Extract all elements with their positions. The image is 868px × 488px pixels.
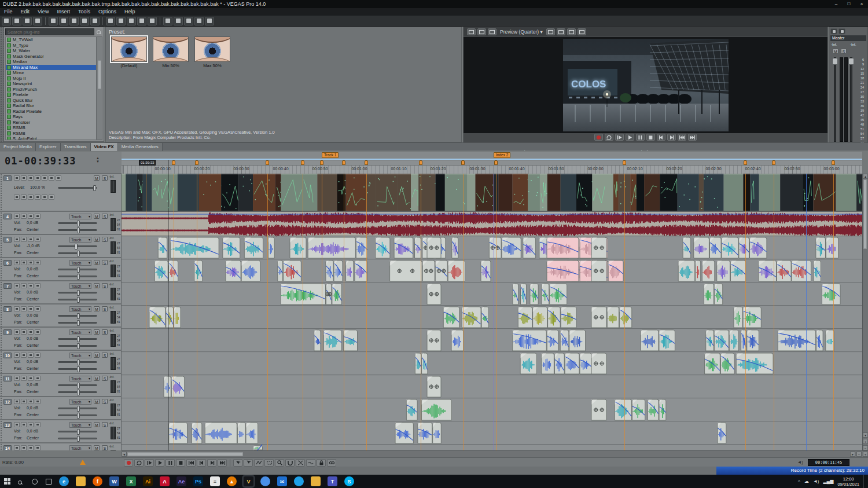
pause-button[interactable] bbox=[165, 459, 175, 467]
timeline-timecode-display[interactable]: 01-00:39:33 bbox=[5, 155, 76, 167]
menu-edit[interactable]: Edit bbox=[17, 8, 34, 16]
track-button[interactable] bbox=[14, 399, 20, 404]
marker-flag[interactable] bbox=[301, 160, 304, 165]
track-number-badge[interactable]: 11 bbox=[3, 376, 12, 381]
track-button[interactable] bbox=[28, 329, 34, 335]
track-button[interactable] bbox=[14, 306, 20, 311]
normal-edit-tool-button[interactable] bbox=[244, 459, 253, 467]
marker-flag[interactable] bbox=[772, 160, 775, 165]
track-number-badge[interactable]: 7 bbox=[3, 283, 12, 289]
track-button[interactable] bbox=[21, 353, 27, 358]
preview-record-button[interactable] bbox=[594, 134, 603, 141]
copy-icon[interactable] bbox=[59, 17, 68, 25]
marker-bar[interactable] bbox=[122, 160, 862, 165]
playhead-cursor[interactable] bbox=[168, 160, 168, 450]
cut-icon[interactable] bbox=[49, 17, 58, 25]
plugin-item[interactable]: Rays bbox=[6, 114, 96, 120]
mute-button[interactable]: M bbox=[94, 214, 100, 219]
menu-options[interactable]: Options bbox=[94, 8, 120, 16]
menu-view[interactable]: View bbox=[34, 8, 53, 16]
audio-track-header[interactable]: 6TouchMSVol:0,0 dBPan:Center-Inf.275481 bbox=[0, 258, 121, 281]
video-automation-button[interactable] bbox=[49, 195, 54, 200]
track-grip[interactable] bbox=[0, 212, 2, 234]
preview-stop-button[interactable] bbox=[646, 134, 655, 141]
automation-mode-dropdown[interactable]: Touch bbox=[69, 329, 91, 335]
master-fader-left[interactable] bbox=[834, 57, 836, 142]
preview-play-from-start-button[interactable] bbox=[615, 134, 624, 141]
selection-edit-tool-button[interactable] bbox=[264, 459, 274, 467]
plugin-item[interactable]: Pinch/Punch bbox=[6, 87, 96, 93]
stop-button[interactable] bbox=[176, 459, 185, 467]
volume-slider[interactable] bbox=[58, 384, 97, 386]
lock-envelopes-button[interactable] bbox=[317, 459, 326, 467]
taskbar-app-notepad[interactable]: ≡ bbox=[210, 476, 220, 486]
record-button[interactable] bbox=[124, 459, 133, 467]
automation-mode-dropdown[interactable]: Touch bbox=[69, 214, 91, 219]
video-track-button[interactable] bbox=[56, 175, 61, 181]
volume-slider[interactable] bbox=[58, 292, 97, 293]
track-button[interactable] bbox=[35, 329, 41, 335]
master-solo-button[interactable]: S bbox=[841, 49, 847, 54]
solo-button[interactable]: S bbox=[102, 399, 108, 404]
volume-slider[interactable] bbox=[58, 315, 97, 317]
taskbar-app-photoshop[interactable]: Ps bbox=[193, 476, 203, 486]
plugin-item[interactable]: Radial Pixelate bbox=[6, 109, 96, 115]
marker-flag[interactable] bbox=[195, 160, 198, 165]
audio-track-header[interactable]: 9TouchMSVol:0,0 dBPan:Center-Inf.275481 bbox=[0, 328, 121, 351]
mixer-settings-icon[interactable] bbox=[830, 28, 837, 34]
go-to-start-button[interactable] bbox=[186, 459, 196, 467]
video-track-header[interactable]: 1MSLevel:100,0 %-Inf. bbox=[0, 174, 121, 212]
track-button[interactable] bbox=[14, 376, 20, 381]
marker-flag[interactable] bbox=[342, 160, 345, 165]
track-grip[interactable] bbox=[0, 351, 2, 373]
go-to-end-button[interactable] bbox=[218, 459, 227, 467]
scroll-up-icon[interactable]: ▴ bbox=[863, 174, 868, 179]
taskbar-app-teams[interactable]: T bbox=[328, 476, 337, 486]
track-button[interactable] bbox=[35, 445, 41, 450]
preview-go-to-start-button[interactable] bbox=[678, 134, 686, 141]
track-grip[interactable] bbox=[0, 304, 2, 326]
search-input[interactable] bbox=[5, 28, 94, 35]
marker-flag[interactable] bbox=[320, 160, 323, 165]
pan-slider[interactable] bbox=[58, 322, 97, 324]
preview-settings-gear-icon[interactable] bbox=[467, 28, 476, 35]
start-button[interactable] bbox=[0, 475, 14, 488]
automation-mode-dropdown[interactable]: Touch bbox=[69, 353, 91, 358]
edit-tool-dropdown-button[interactable] bbox=[233, 459, 242, 467]
automation-mode-dropdown[interactable]: Touch bbox=[69, 399, 91, 405]
timeline-ruler-zone[interactable]: 00:00:1000:00:2000:00:3000:00:4000:00:50… bbox=[122, 152, 862, 174]
track-number-badge[interactable]: 8 bbox=[3, 306, 12, 312]
track-button[interactable] bbox=[35, 353, 41, 358]
solo-button[interactable]: S bbox=[102, 353, 108, 358]
scroll-right-icon[interactable]: ▸ bbox=[850, 452, 855, 457]
mute-button[interactable]: M bbox=[94, 353, 100, 358]
volume-slider[interactable] bbox=[58, 361, 97, 363]
marker-flag[interactable] bbox=[494, 160, 498, 165]
taskbar-app-firefox[interactable]: f bbox=[93, 476, 102, 486]
zoom-out-vertical-button[interactable]: − bbox=[863, 445, 868, 450]
mute-button[interactable]: M bbox=[94, 306, 100, 311]
preview-pause-button[interactable] bbox=[636, 134, 645, 141]
track-button[interactable] bbox=[21, 422, 27, 427]
plugin-item[interactable]: Radial Blur bbox=[6, 103, 96, 109]
timeline-horizontal-scrollbar[interactable]: ◂ ▸ − + bbox=[122, 450, 868, 457]
auto-ripple-button[interactable] bbox=[306, 459, 315, 467]
named-marker-tag[interactable]: Index 2 bbox=[494, 152, 510, 158]
close-button[interactable]: × bbox=[855, 0, 868, 8]
marker-flag[interactable] bbox=[832, 160, 835, 165]
split-screen-view-icon[interactable] bbox=[488, 28, 496, 35]
plugin-item[interactable]: M_TVWall bbox=[6, 37, 96, 43]
taskbar-clock[interactable]: 12:00 09/01/2021 bbox=[837, 476, 859, 487]
timeline-vertical-scrollbar[interactable]: ▴ ▾ + − bbox=[862, 174, 868, 450]
pan-slider[interactable] bbox=[58, 438, 97, 439]
video-track-button[interactable] bbox=[14, 175, 20, 181]
redo-icon[interactable] bbox=[90, 17, 100, 25]
named-marker-tag[interactable]: Track 1 bbox=[322, 152, 339, 158]
solo-button[interactable]: S bbox=[102, 376, 108, 381]
taskbar-app-illustrator[interactable]: Ai bbox=[143, 476, 153, 486]
video-automation-button[interactable] bbox=[42, 195, 47, 200]
track-grip[interactable] bbox=[0, 374, 2, 396]
track-button[interactable] bbox=[21, 329, 27, 335]
paste-icon[interactable] bbox=[69, 17, 79, 25]
minimize-button[interactable]: – bbox=[830, 0, 843, 8]
